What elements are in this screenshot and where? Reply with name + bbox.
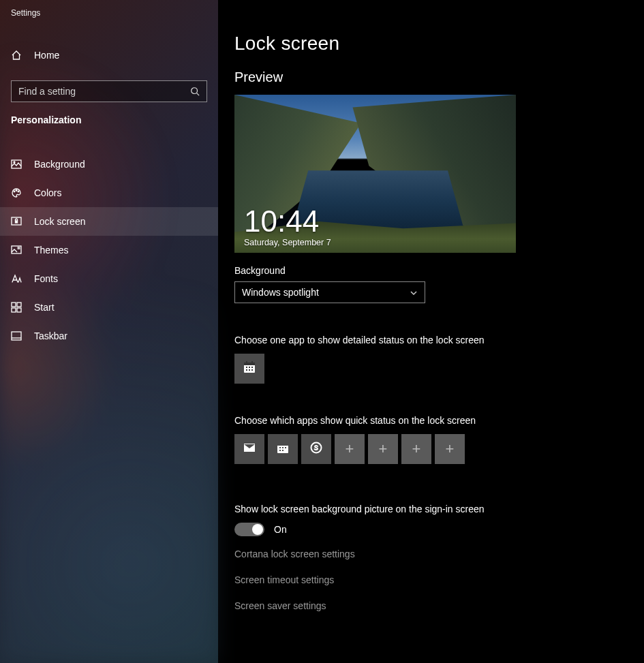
sidebar-item-background[interactable]: Background: [0, 150, 218, 179]
sidebar-item-colors[interactable]: Colors: [0, 179, 218, 207]
svg-rect-21: [251, 367, 253, 368]
svg-rect-12: [17, 308, 21, 312]
main-content: Lock screen Preview 10:44 Saturday, Sept…: [218, 0, 644, 663]
quick-app-add-4[interactable]: +: [435, 434, 465, 464]
svg-rect-22: [246, 369, 247, 371]
skype-icon: [309, 441, 323, 457]
link-screen-saver[interactable]: Screen saver settings: [234, 600, 644, 611]
svg-point-3: [14, 191, 15, 192]
taskbar-icon: [11, 330, 22, 341]
page-title: Lock screen: [234, 33, 644, 55]
quick-app-add-1[interactable]: +: [335, 434, 365, 464]
svg-point-2: [14, 161, 15, 163]
fonts-icon: [11, 273, 22, 284]
sidebar-item-label: Taskbar: [34, 330, 67, 341]
palette-icon: [11, 187, 22, 198]
quick-app-add-3[interactable]: +: [401, 434, 431, 464]
svg-rect-9: [12, 303, 16, 307]
quick-status-label: Choose which apps show quick status on t…: [234, 415, 644, 426]
svg-rect-31: [279, 450, 281, 451]
detailed-app-calendar[interactable]: [234, 354, 264, 384]
sidebar-item-label: Background: [34, 159, 85, 170]
themes-icon: [11, 245, 22, 256]
signin-bg-toggle[interactable]: [234, 523, 264, 536]
svg-rect-27: [277, 443, 288, 446]
plus-icon: +: [446, 440, 455, 458]
sidebar-item-themes[interactable]: Themes: [0, 236, 218, 264]
sidebar-item-taskbar[interactable]: Taskbar: [0, 322, 218, 350]
svg-rect-7: [16, 221, 18, 223]
toggle-state-label: On: [274, 524, 287, 535]
chevron-down-icon: [410, 288, 418, 296]
svg-rect-19: [246, 367, 247, 368]
toggle-knob: [252, 524, 263, 535]
svg-point-4: [16, 190, 17, 191]
image-icon: [11, 159, 22, 170]
background-label: Background: [234, 265, 644, 276]
sidebar: Settings Home Personalization Background: [0, 0, 218, 663]
sidebar-item-label: Fonts: [34, 273, 58, 284]
mail-icon: [243, 441, 256, 457]
lock-screen-preview[interactable]: 10:44 Saturday, September 7: [234, 95, 516, 253]
svg-rect-13: [12, 332, 21, 340]
background-value: Windows spotlight: [242, 287, 319, 298]
search-input[interactable]: [18, 86, 190, 97]
signin-bg-label: Show lock screen background picture on t…: [234, 504, 644, 514]
svg-rect-24: [251, 369, 253, 371]
preview-clock: 10:44: [244, 206, 319, 236]
sidebar-item-fonts[interactable]: Fonts: [0, 264, 218, 293]
calendar-icon: [243, 360, 256, 377]
home-nav[interactable]: Home: [0, 41, 218, 70]
svg-rect-10: [17, 303, 21, 307]
app-title: Settings: [0, 0, 218, 18]
calendar-icon: [276, 441, 290, 457]
detailed-status-label: Choose one app to show detailed status o…: [234, 335, 644, 345]
plus-icon: +: [346, 440, 354, 458]
svg-rect-16: [244, 363, 255, 365]
svg-rect-23: [249, 369, 250, 371]
svg-rect-28: [279, 447, 281, 448]
home-icon: [11, 50, 22, 61]
plus-icon: +: [412, 440, 421, 458]
sidebar-item-start[interactable]: Start: [0, 293, 218, 322]
search-box[interactable]: [11, 80, 207, 102]
sidebar-item-label: Lock screen: [34, 216, 85, 227]
link-cortana-settings[interactable]: Cortana lock screen settings: [234, 549, 644, 559]
svg-point-5: [18, 191, 19, 192]
svg-rect-11: [12, 308, 16, 312]
quick-app-add-2[interactable]: +: [368, 434, 398, 464]
svg-rect-20: [249, 367, 250, 368]
search-icon: [190, 87, 200, 96]
quick-app-skype[interactable]: [301, 434, 331, 464]
start-icon: [11, 302, 22, 313]
sidebar-item-lock-screen[interactable]: Lock screen: [0, 207, 218, 236]
preview-date: Saturday, September 7: [244, 238, 331, 247]
plus-icon: +: [379, 440, 388, 458]
home-label: Home: [34, 50, 59, 61]
svg-point-0: [191, 88, 198, 94]
svg-rect-29: [282, 447, 283, 448]
link-screen-timeout[interactable]: Screen timeout settings: [234, 574, 644, 585]
svg-rect-32: [282, 450, 283, 451]
category-heading: Personalization: [0, 102, 218, 132]
sidebar-item-label: Start: [34, 302, 55, 313]
quick-app-mail[interactable]: [234, 434, 264, 464]
preview-heading: Preview: [234, 70, 644, 85]
svg-rect-30: [285, 447, 286, 448]
sidebar-item-label: Colors: [34, 187, 61, 198]
sidebar-item-label: Themes: [34, 245, 69, 256]
quick-app-calendar[interactable]: [268, 434, 298, 464]
background-select[interactable]: Windows spotlight: [234, 281, 425, 303]
lock-screen-icon: [11, 216, 22, 227]
